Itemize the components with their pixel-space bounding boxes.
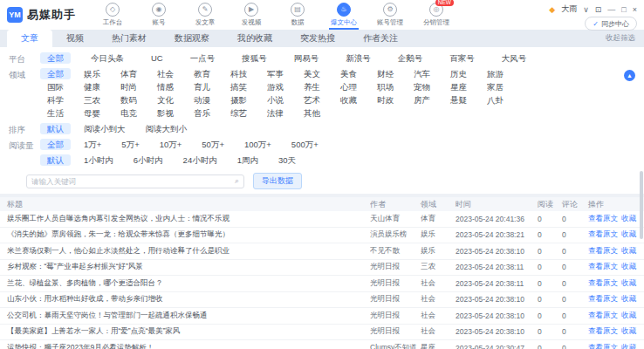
filter-chip[interactable]: 艺术 (297, 94, 327, 106)
filter-chip[interactable]: 三农 (77, 94, 107, 106)
nav-item-accounts[interactable]: ◉账号 (141, 0, 176, 30)
maximize-button[interactable]: □ (621, 5, 626, 14)
filter-chip[interactable]: 收藏 (333, 94, 364, 106)
filter-chip[interactable]: 10万+ (153, 139, 189, 150)
filter-chip[interactable]: 家居 (480, 81, 510, 92)
filter-chip[interactable]: 企鹅号 (391, 52, 430, 64)
filter-chip[interactable]: 综艺 (223, 107, 254, 119)
filter-chip[interactable]: 1周内 (230, 154, 265, 166)
filter-chip[interactable]: 一点号 (183, 52, 223, 64)
filter-chip[interactable]: 1万+ (77, 139, 108, 150)
filter-chip[interactable]: 50万+ (195, 139, 231, 150)
filter-chip[interactable]: 美食 (333, 68, 364, 79)
filter-chip[interactable]: 教育 (187, 68, 217, 79)
view-original-link[interactable]: 查看原文 (588, 326, 618, 335)
article-title[interactable]: 运势快报：狮子座2023年9月必看运势解析！ (0, 343, 370, 349)
filter-chip-selected[interactable]: 默认 (40, 154, 71, 166)
nav-item-publish-article[interactable]: ✎发文章 (188, 0, 223, 30)
filter-chip-selected[interactable]: 全部 (40, 139, 71, 150)
filter-chip[interactable]: 大风号 (495, 52, 534, 64)
article-title[interactable]: 《消失的她》票房领跑，朱一龙：给观众带来惊喜（更多细节曝光） (0, 229, 370, 240)
filter-chip[interactable]: 文化 (150, 94, 181, 106)
filter-chip[interactable]: 电竞 (113, 107, 144, 119)
filter-chip[interactable]: 影视 (150, 107, 181, 119)
filter-chip[interactable]: 阅读大到小 (139, 123, 195, 134)
filter-chip[interactable]: 旅游 (480, 68, 510, 79)
collapse-categories-button[interactable]: ▲ (624, 70, 635, 81)
filter-chip[interactable]: 时政 (370, 94, 401, 106)
article-title[interactable]: 米兰赛场仅剩一人，他心如止水淡然处之，用行动诠释了什么是职业 (0, 246, 370, 257)
article-title[interactable]: 乡村观察：“莓”产业串起乡村振兴“好”风景 (0, 262, 370, 272)
nav-item-account-manage[interactable]: ⚙账号管理 (373, 0, 408, 30)
nav-item-publish-video[interactable]: ▶发视频 (234, 0, 269, 30)
view-original-link[interactable]: 查看原文 (588, 246, 618, 255)
search-icon[interactable]: ⌕ (235, 176, 239, 186)
filter-chip-selected[interactable]: 全部 (40, 68, 71, 79)
filter-chip[interactable]: 搞笑 (223, 81, 254, 92)
filter-chip[interactable]: 30天 (271, 154, 303, 166)
favorite-link[interactable]: 收藏 (621, 214, 636, 222)
filter-chip[interactable]: 游戏 (260, 81, 291, 92)
nav-item-workbench[interactable]: ◇工作台 (95, 0, 130, 30)
filter-chip[interactable]: 数码 (113, 94, 144, 106)
favorite-link[interactable]: 收藏 (621, 294, 636, 303)
filter-chip[interactable]: 健康 (77, 81, 107, 92)
view-original-link[interactable]: 查看原文 (588, 311, 618, 319)
filter-chip[interactable]: 小说 (260, 94, 291, 106)
filter-chip[interactable]: 社会 (150, 68, 181, 79)
filter-chip[interactable]: 百家号 (442, 52, 482, 64)
filter-chip[interactable]: 育儿 (187, 81, 217, 92)
view-original-link[interactable]: 查看原文 (588, 214, 618, 222)
view-original-link[interactable]: 查看原文 (588, 343, 618, 349)
minimize-button[interactable]: — (607, 5, 615, 14)
favorite-link[interactable]: 收藏 (621, 326, 636, 335)
filter-chip[interactable]: 科学 (40, 94, 71, 106)
filter-chip[interactable]: 6小时内 (127, 154, 170, 166)
filter-chip[interactable]: 法律 (260, 107, 291, 119)
filter-chip[interactable]: 星座 (443, 81, 474, 92)
filter-chip[interactable]: 军事 (260, 68, 291, 79)
favorite-link[interactable]: 收藏 (621, 262, 636, 270)
filter-chip[interactable]: 母婴 (77, 107, 107, 119)
favorite-link[interactable]: 收藏 (621, 278, 636, 287)
chevron-down-icon[interactable]: ∨ (583, 5, 589, 14)
tab-breaking[interactable]: 突发热搜 (286, 30, 349, 47)
view-original-link[interactable]: 查看原文 (588, 278, 618, 287)
nav-item-distribution[interactable]: ◎NEW分销管理 (419, 0, 454, 30)
filter-chip[interactable]: 音乐 (187, 107, 217, 119)
filter-chip[interactable]: 24小时内 (176, 154, 224, 166)
article-title[interactable]: 兰花、绿植盆景、多肉植物，哪个更适合阳台？ (0, 278, 370, 289)
tab-data-watch[interactable]: 数据观察 (161, 30, 223, 47)
tab-article[interactable]: 文章 (7, 30, 52, 47)
view-original-link[interactable]: 查看原文 (588, 294, 618, 303)
filter-chip[interactable]: 科技 (223, 68, 254, 79)
filter-chip[interactable]: 情感 (150, 81, 181, 92)
filter-chip[interactable]: 八卦 (480, 94, 510, 106)
filter-chip[interactable]: 宠物 (407, 81, 437, 92)
filter-chip[interactable]: 职场 (370, 81, 401, 92)
view-original-link[interactable]: 查看原文 (588, 229, 618, 238)
view-original-link[interactable]: 查看原文 (588, 262, 618, 270)
favorite-link[interactable]: 收藏 (621, 343, 636, 349)
article-title[interactable]: 娱乐圈工作人员自曝选角内幕引发全网热议，业内人士：情况不乐观 (0, 214, 370, 224)
export-data-button[interactable]: 导出数据 (253, 173, 302, 189)
close-button[interactable]: × (633, 5, 637, 14)
filter-chip[interactable]: 财经 (370, 68, 401, 79)
search-input[interactable] (31, 177, 235, 186)
sync-center-button[interactable]: ✓ 同步中心 (585, 17, 637, 31)
tab-hot-material[interactable]: 热门素材 (98, 30, 161, 47)
nav-item-data[interactable]: ▤数据 (280, 0, 315, 30)
skin-icon[interactable]: ⊡ (595, 5, 602, 14)
article-title[interactable]: 【最美家庭】上善若水一家人：用“爱”点亮“最美”家风 (0, 326, 370, 337)
filter-chip[interactable]: 网易号 (287, 52, 326, 64)
filter-chip[interactable]: 新浪号 (339, 52, 378, 64)
filter-chip[interactable]: 100万+ (237, 139, 278, 150)
filter-chip[interactable]: UC (144, 52, 170, 64)
tab-author-follow[interactable]: 作者关注 (349, 30, 412, 47)
filter-chip[interactable]: 国际 (40, 81, 71, 92)
tab-favorites[interactable]: 我的收藏 (223, 30, 286, 47)
filter-chip-selected[interactable]: 全部 (40, 52, 71, 64)
nav-item-hot-center[interactable]: ♨爆文中心 (326, 0, 361, 30)
filter-chip[interactable]: 养生 (297, 81, 327, 92)
filter-chip[interactable]: 历史 (443, 68, 474, 79)
